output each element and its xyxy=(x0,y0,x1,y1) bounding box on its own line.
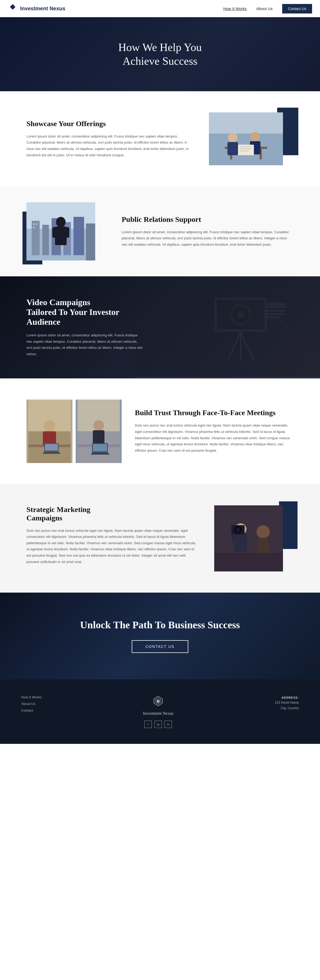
svg-point-56 xyxy=(93,420,104,431)
face-photo-1-svg xyxy=(27,399,72,463)
logo[interactable]: Investment Nexus xyxy=(8,4,65,13)
social-linkedin[interactable]: in xyxy=(164,721,172,728)
cta-contact-button[interactable]: CONTACT US xyxy=(132,640,188,653)
navbar: Investment Nexus How It Works About Us C… xyxy=(0,0,320,17)
logo-text: Investment Nexus xyxy=(20,6,65,12)
svg-rect-67 xyxy=(232,534,236,542)
svg-point-68 xyxy=(256,525,270,538)
video-text: Video Campaigns Tailored To Your Investo… xyxy=(27,298,143,357)
svg-rect-63 xyxy=(234,535,247,552)
social-facebook[interactable]: f xyxy=(144,721,152,728)
svg-rect-19 xyxy=(42,225,49,255)
hero-section: How We Help You Achieve Success xyxy=(0,17,320,91)
svg-rect-70 xyxy=(214,553,283,571)
strategic-section: Strategic Marketing Campaigns Duis nec p… xyxy=(0,484,320,593)
video-body: Lorem ipsum dolor sit amet, consectetur … xyxy=(27,332,143,357)
svg-rect-59 xyxy=(93,444,107,452)
pr-section: Public Relations Support Lorem ipsum dol… xyxy=(0,186,320,276)
face-section: Build Trust Through Face-To-Face Meeting… xyxy=(0,379,320,484)
face-photo-2-svg xyxy=(76,399,122,463)
svg-rect-51 xyxy=(45,444,58,450)
svg-point-47 xyxy=(44,420,55,432)
showcase-text: Showcase Your Offerings Lorem ipsum dolo… xyxy=(27,119,193,158)
logo-icon xyxy=(8,4,18,13)
strategic-photo xyxy=(214,505,283,571)
hero-title-line1: How We Help You xyxy=(118,41,202,53)
video-heading-line2: Tailored To Your Investor xyxy=(27,307,119,317)
face-text: Build Trust Through Face-To-Face Meeting… xyxy=(135,409,293,453)
svg-point-36 xyxy=(237,311,245,319)
footer-address-label: ADDRESS: xyxy=(275,695,299,700)
strategic-photo-svg xyxy=(214,505,283,571)
svg-rect-9 xyxy=(228,142,238,155)
svg-rect-22 xyxy=(73,217,84,255)
footer-logo-text: Investment Nexus xyxy=(143,711,174,716)
pr-img-block xyxy=(27,202,106,261)
svg-rect-37 xyxy=(264,303,286,308)
strategic-heading-line2: Campaigns xyxy=(27,514,62,522)
strategic-image-col xyxy=(214,505,293,571)
svg-point-66 xyxy=(236,528,240,532)
pr-text: Public Relations Support Lorem ipsum dol… xyxy=(122,215,293,248)
hero-title: How We Help You Achieve Success xyxy=(118,40,202,68)
svg-rect-30 xyxy=(65,227,69,238)
social-instagram[interactable]: ig xyxy=(154,721,162,728)
showcase-body: Lorem ipsum dolor sit amet, consectetur … xyxy=(27,133,193,158)
showcase-photo xyxy=(209,112,283,165)
strategic-img-block xyxy=(214,505,293,571)
face-photo-1 xyxy=(27,399,72,463)
pr-image-col xyxy=(27,202,106,261)
pr-heading: Public Relations Support xyxy=(122,215,293,224)
svg-rect-29 xyxy=(53,227,56,238)
video-heading-line3: Audience xyxy=(27,317,60,326)
footer-nav: How It Works About Us Contact xyxy=(21,695,41,713)
footer: How It Works About Us Contact Investment… xyxy=(0,679,320,744)
face-body: Duis nec purus nec erat luctus vehicula … xyxy=(135,422,293,453)
svg-rect-26 xyxy=(33,227,35,228)
face-photo-2 xyxy=(76,399,122,463)
pr-body: Lorem ipsum dolor sit amet, consectetur … xyxy=(122,229,293,248)
hero-title-line2: Achieve Success xyxy=(123,55,197,67)
svg-rect-60 xyxy=(91,453,109,455)
cta-bg xyxy=(0,593,320,679)
footer-address: ADDRESS: 123 Street Name City, Country xyxy=(275,695,299,711)
svg-rect-39 xyxy=(264,313,286,315)
nav-links: How It Works About Us Contact Us xyxy=(223,4,312,13)
cta-title: Unlock The Path To Business Success xyxy=(80,619,240,631)
footer-link-how-it-works[interactable]: How It Works xyxy=(21,695,41,699)
svg-point-27 xyxy=(56,217,65,228)
svg-rect-52 xyxy=(43,452,60,454)
hero-content: How We Help You Achieve Success xyxy=(118,40,202,68)
footer-social: f ig in xyxy=(144,721,172,728)
footer-address-line2: City, Country xyxy=(275,705,299,711)
video-heading-line1: Video Campaigns xyxy=(27,298,91,307)
strategic-body: Duis nec purus nec erat luctus vehicula … xyxy=(27,528,198,565)
nav-how-it-works[interactable]: How It Works xyxy=(223,6,247,11)
svg-rect-25 xyxy=(36,223,37,225)
footer-link-contact[interactable]: Contact xyxy=(21,708,41,713)
strategic-heading-line1: Strategic Marketing xyxy=(27,505,91,514)
video-image-col xyxy=(135,276,320,379)
video-dark-photo xyxy=(135,276,320,379)
video-section: Video Campaigns Tailored To Your Investo… xyxy=(0,276,320,379)
cta-section: Unlock The Path To Business Success CONT… xyxy=(0,593,320,679)
showcase-photo-svg xyxy=(209,112,283,165)
showcase-image-col xyxy=(209,112,293,165)
footer-logo-svg xyxy=(152,695,164,707)
footer-logo-icon xyxy=(152,695,164,708)
nav-about[interactable]: About Us xyxy=(256,6,273,11)
svg-point-8 xyxy=(228,133,237,142)
svg-rect-12 xyxy=(238,145,254,155)
video-photo-svg xyxy=(135,276,320,377)
nav-contact-button[interactable]: Contact Us xyxy=(282,4,312,13)
svg-point-10 xyxy=(250,132,260,142)
footer-link-about[interactable]: About Us xyxy=(21,702,41,706)
pr-photo-svg xyxy=(27,202,95,261)
svg-rect-18 xyxy=(32,221,40,255)
footer-address-line1: 123 Street Name xyxy=(275,700,299,705)
svg-marker-73 xyxy=(156,699,160,703)
showcase-section: Showcase Your Offerings Lorem ipsum dolo… xyxy=(0,91,320,186)
face-image-col xyxy=(27,399,122,463)
face-heading: Build Trust Through Face-To-Face Meeting… xyxy=(135,409,293,417)
strategic-heading: Strategic Marketing Campaigns xyxy=(27,505,198,522)
